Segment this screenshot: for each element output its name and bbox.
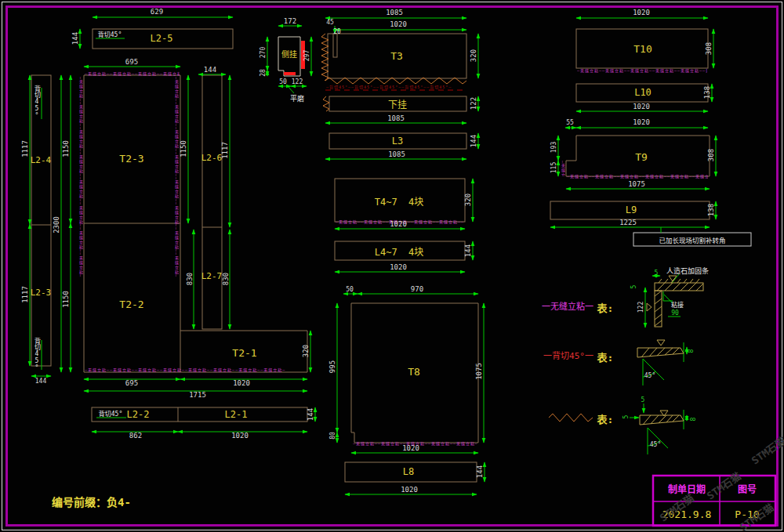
dim-1020-t21: 1020 [233, 379, 250, 387]
dim-1020-l4: 1020 [390, 263, 407, 271]
dim-297-sh: 297 [303, 50, 310, 61]
panel-label-xiagua: 下挂 [388, 97, 407, 110]
dim-115-t9: 115 [550, 162, 557, 173]
dim-1150-b: 1150 [62, 291, 70, 308]
dim-1715: 1715 [189, 391, 206, 399]
dim-320-t21: 320 [302, 345, 310, 357]
note-backcut-l2-5: 背切45° [98, 30, 122, 38]
numbering-prefix: 编号前缀：负4- [52, 494, 131, 509]
legend-seam-means: 表: [597, 300, 614, 315]
dim-80-t8: 80 [329, 432, 336, 440]
dim-20-t3: 20 [333, 28, 341, 35]
seam-edge-t9: —无缝立粘——无缝立粘——无缝立粘——无缝立粘——无缝立粘——无缝立粘——无缝立… [567, 174, 708, 179]
dim-45deg-leg3: 45° [650, 441, 661, 448]
panel-label-t8: T8 [408, 366, 420, 378]
note-bonding: 粘接 [671, 300, 684, 309]
dim-320-t3: 320 [470, 49, 477, 62]
dim-1020-t10: 1020 [633, 9, 650, 16]
dim-122-leg1: 122 [637, 302, 644, 313]
leader-lines [42, 38, 684, 454]
panel-label-l2-3: L2-3 [31, 288, 52, 298]
dim-1020-t3: 1020 [390, 20, 407, 28]
panel-label-l4-7: L4~7 4块 [375, 244, 424, 258]
panel-label-t2-2: T2-2 [119, 299, 143, 310]
dim-1117-a: 1117 [21, 140, 29, 157]
dim-1117-l26: 1117 [221, 142, 229, 159]
dim-144-l25: 144 [71, 32, 79, 45]
seam-edge-t10: —无缝立粘——无缝立粘——无缝立粘——无缝立粘——无缝立粘——无缝立粘——无缝立… [577, 68, 707, 73]
dim-144-strip: 144 [35, 378, 46, 385]
dim-629: 629 [151, 8, 163, 16]
dim-308-t9: 308 [707, 149, 715, 161]
panel-label-l2-6: L2-6 [201, 153, 223, 163]
note-backcut-l2-4: 背切45° [33, 85, 42, 119]
dim-45deg-leg2: 45° [644, 372, 655, 379]
dim-1020-l8: 1020 [401, 486, 418, 494]
dim-193-t9: 193 [550, 142, 557, 153]
panel-label-l10: L10 [634, 87, 652, 98]
dim-830-b: 830 [222, 273, 230, 285]
seam-edge-left: —无缝立粘——无缝立粘——无缝立粘——无缝立粘——无缝立粘——无缝立粘——无缝立… [78, 77, 83, 371]
dim-830-a: 830 [186, 273, 194, 285]
dim-1225-l9: 1225 [619, 219, 637, 226]
dim-138-l10: 138 [703, 86, 711, 99]
dim-995-t8: 995 [328, 360, 336, 373]
note-backcut-l2-3: 背切45° [33, 338, 42, 371]
dim-1085-t3: 1085 [386, 9, 403, 16]
dim-55-t9: 55 [566, 119, 574, 126]
back-cut-edge-row: —背切45°——背切45°——背切45°——背切45°——背切45°— [326, 85, 466, 89]
dim-5-leg1: 5 [655, 270, 659, 277]
dim-1085-l3: 1085 [388, 150, 405, 158]
panel-label-l2-2: L2-2 [127, 409, 150, 420]
panel-label-cegua: 侧挂 [281, 48, 297, 60]
dim-1150-r: 1150 [180, 140, 187, 157]
dim-5-leg1-side: 5 [630, 285, 637, 289]
panel-label-l2-4: L2-4 [31, 155, 52, 165]
dim-45-t3: 45 [326, 19, 334, 26]
seam-edge-right: —无缝立粘——无缝立粘——无缝立粘——无缝立粘——无缝立粘——无缝立粘——无缝立… [174, 77, 179, 329]
panel-label-l9: L9 [626, 204, 637, 215]
dim-1020-t4: 1020 [390, 220, 407, 228]
seam-edge-t9-left: —无缝立粘——无缝立粘——无缝立粘——无缝立粘——无缝立粘——无缝立粘——无缝立… [561, 161, 565, 176]
note-reinforce-strip: 人造石加固条 [666, 266, 709, 276]
dim-1075-t9: 1075 [628, 180, 645, 188]
dim-144-l4: 144 [464, 244, 472, 257]
dim-320-t4: 320 [464, 194, 472, 206]
dim-138-l9: 138 [707, 204, 715, 216]
note-flat-grind: 平磨 [290, 93, 304, 103]
legend-back-means: 表: [597, 349, 614, 364]
note-backcut-l2-2: 背切45° [99, 409, 122, 418]
panel-label-t9: T9 [635, 151, 648, 163]
note-site-cut: 已加长现场切割补转角 [659, 235, 725, 244]
dim-50-sh: 50 [279, 78, 287, 85]
dim-5-leg3: 5 [641, 396, 645, 404]
seam-edge-bottom: —无缝立粘——无缝立粘——无缝立粘——无缝立粘——无缝立粘——无缝立粘——无缝立… [85, 367, 307, 372]
seam-edge-top: —无缝立粘——无缝立粘——无缝立粘——无缝立粘——无缝立粘——无缝立粘——无缝立… [85, 71, 180, 76]
dim-2300: 2300 [53, 216, 60, 233]
titleblock-drawingno-label: 图号 [738, 482, 757, 495]
dim-50-t8: 50 [346, 286, 354, 293]
dim-695-bot: 695 [125, 379, 138, 387]
panel-label-t2-3: T2-3 [119, 153, 143, 165]
dim-144-l26: 144 [204, 66, 216, 74]
dim-122-xg: 122 [470, 97, 477, 110]
cad-drawing-sheet: —无缝立粘——无缝立粘——无缝立粘——无缝立粘——无缝立粘——无缝立粘——无缝立… [0, 0, 784, 532]
dim-90-leg1: 90 [671, 309, 679, 317]
dim-1020-l10: 1020 [633, 103, 650, 110]
dim-1020-t9: 1020 [633, 118, 650, 126]
dim-144-l8: 144 [476, 465, 484, 478]
panel-label-t4-7: T4~7 4块 [375, 194, 424, 208]
dim-270-sh: 270 [260, 47, 267, 58]
dim-1020-l21: 1020 [231, 432, 249, 440]
dim-5-leg3-side: 5 [622, 415, 630, 419]
dim-122-sh: 122 [292, 78, 303, 85]
dim-8-leg2: 8 [688, 349, 695, 353]
dim-28-sh: 28 [260, 69, 267, 77]
panel-label-t10: T10 [633, 43, 652, 55]
dim-144-l3: 144 [470, 135, 477, 147]
dim-144-l21: 144 [307, 408, 314, 421]
dim-1150-a: 1150 [62, 140, 70, 157]
dim-308-t10: 308 [705, 42, 713, 55]
panel-label-l3: L3 [392, 136, 403, 147]
panel-label-l8: L8 [403, 466, 414, 477]
